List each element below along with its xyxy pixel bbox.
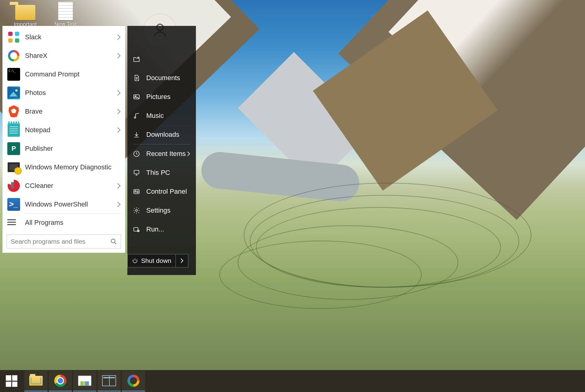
panel-item-label: This PC — [146, 169, 170, 177]
panel-item-recent-items[interactable]: Recent Items — [127, 144, 196, 163]
memory-diagnostic-icon — [7, 161, 20, 174]
taskbar-button-explorer[interactable] — [24, 371, 48, 391]
folder-icon — [29, 376, 43, 386]
panel-item-label: Recent Items — [146, 150, 186, 158]
svg-point-11 — [136, 210, 137, 211]
search-icon — [110, 238, 117, 245]
notepad-icon — [7, 124, 20, 136]
start-item-label: Brave — [25, 108, 42, 115]
svg-rect-7 — [134, 170, 139, 174]
windows-icon — [6, 375, 17, 387]
shutdown-button[interactable]: Shut down — [127, 254, 176, 267]
publisher-icon: P — [7, 142, 20, 155]
monitor-icon — [78, 376, 91, 386]
slack-icon — [7, 31, 20, 44]
start-item-label: Photos — [25, 89, 46, 97]
search-input[interactable]: Search programs and files — [7, 235, 121, 249]
start-item-brave[interactable]: Brave — [2, 102, 125, 121]
desktop-icon-important[interactable]: Important — [9, 2, 42, 28]
panel-item-pictures[interactable]: Pictures — [127, 87, 196, 106]
panel-item-control-panel[interactable]: Control Panel — [127, 182, 196, 201]
command-prompt-icon — [7, 68, 20, 81]
start-item-slack[interactable]: Slack — [2, 28, 125, 46]
sharex-icon — [7, 49, 20, 62]
start-item-label: Notepad — [25, 126, 50, 134]
start-item-label: CCleaner — [25, 182, 53, 190]
start-item-label: Publisher — [25, 145, 53, 153]
svg-rect-8 — [134, 189, 139, 194]
panel-item-label: Pictures — [146, 93, 170, 101]
start-item-memory-diagnostic[interactable]: Windows Memory Diagnostic — [2, 158, 125, 176]
ccleaner-icon — [7, 179, 20, 192]
download-icon — [133, 131, 140, 138]
start-item-label: ShareX — [25, 52, 47, 60]
controls-icon — [133, 188, 140, 195]
chevron-right-icon — [117, 127, 121, 133]
taskbar-start-button[interactable] — [0, 371, 23, 391]
list-icon — [7, 219, 16, 226]
chevron-right-icon — [117, 182, 121, 189]
shutdown-split-button: Shut down — [127, 254, 188, 267]
taskbar-button-taskmanager[interactable] — [73, 371, 96, 391]
svg-point-2 — [138, 57, 139, 58]
start-item-label: Command Prompt — [25, 70, 80, 78]
taskbar-button-chrome[interactable] — [49, 371, 72, 391]
pc-icon — [133, 169, 140, 176]
search-placeholder: Search programs and files — [11, 238, 85, 245]
all-programs-button[interactable]: All Programs — [2, 214, 125, 231]
chevron-right-icon — [117, 34, 121, 41]
panel-item-this-pc[interactable]: This PC — [127, 163, 196, 182]
svg-point-9 — [135, 191, 136, 192]
start-menu-side-panel: Documents Pictures Music Downloads Rece — [127, 26, 196, 275]
start-item-label: Slack — [25, 33, 41, 41]
photos-icon — [7, 87, 20, 99]
start-item-label: Windows PowerShell — [25, 200, 88, 208]
clock-icon — [133, 150, 140, 157]
all-programs-label: All Programs — [25, 219, 63, 227]
desktop-icon-new-text[interactable]: New Text — [49, 2, 82, 28]
panel-item-label: Run... — [146, 225, 164, 233]
taskbar-button-start-layout[interactable] — [98, 371, 121, 391]
start-item-ccleaner[interactable]: CCleaner — [2, 176, 125, 195]
panel-item-label: Music — [146, 112, 164, 120]
chevron-right-icon — [117, 52, 121, 59]
panel-item-label: Downloads — [146, 131, 179, 139]
start-item-publisher[interactable]: P Publisher — [2, 139, 125, 158]
taskbar-button-sharex[interactable] — [122, 371, 145, 391]
panel-item-downloads[interactable]: Downloads — [127, 125, 196, 144]
folder-icon — [10, 2, 18, 5]
user-folder-icon — [133, 55, 140, 63]
shutdown-label: Shut down — [141, 257, 171, 264]
brave-icon — [7, 105, 20, 118]
start-item-label: Windows Memory Diagnostic — [25, 163, 112, 171]
music-icon — [133, 112, 140, 119]
start-item-sharex[interactable]: ShareX — [2, 46, 125, 65]
start-item-powershell[interactable]: >_ Windows PowerShell — [2, 195, 125, 214]
start-menu: Slack ShareX Command Prompt Photos — [2, 26, 125, 253]
svg-point-10 — [137, 192, 138, 193]
start-item-photos[interactable]: Photos — [2, 83, 125, 102]
panel-item-settings[interactable]: Settings — [127, 201, 196, 220]
powershell-icon: >_ — [7, 198, 20, 211]
chrome-icon — [54, 375, 66, 387]
chevron-right-icon — [187, 151, 190, 157]
chevron-right-icon — [180, 258, 184, 263]
start-menu-app-list: Slack ShareX Command Prompt Photos — [2, 26, 125, 214]
svg-point-1 — [111, 239, 115, 243]
shutdown-options-button[interactable] — [176, 254, 188, 267]
start-layout-icon — [102, 375, 116, 386]
panel-item-music[interactable]: Music — [127, 106, 196, 125]
panel-item-run[interactable]: Run... — [127, 220, 196, 239]
panel-item-label: Control Panel — [146, 188, 187, 196]
start-item-notepad[interactable]: Notepad — [2, 121, 125, 139]
start-item-command-prompt[interactable]: Command Prompt — [2, 65, 125, 83]
panel-item-label: Documents — [146, 74, 180, 82]
panel-item-documents[interactable]: Documents — [127, 69, 196, 87]
text-file-icon — [58, 2, 73, 20]
document-icon — [133, 74, 140, 82]
panel-item-user-folder[interactable] — [127, 50, 196, 69]
gear-icon — [133, 207, 140, 214]
run-icon — [133, 226, 140, 233]
picture-icon — [133, 93, 140, 101]
taskbar — [0, 370, 585, 392]
